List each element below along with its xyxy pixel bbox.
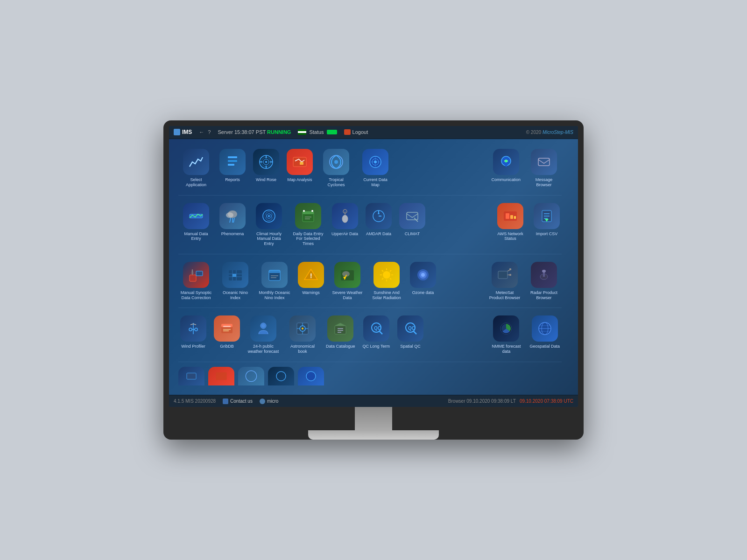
logout-button[interactable]: Logout	[344, 129, 368, 135]
app-nmme[interactable]: NMME forecast data	[488, 313, 524, 357]
svg-rect-98	[509, 268, 511, 270]
app-climat[interactable]: CLIMAT	[397, 200, 427, 249]
partial-app-3[interactable]	[238, 367, 264, 385]
app-manual-data-entry[interactable]: Manual Data Entry	[178, 200, 214, 249]
svg-rect-11	[293, 157, 306, 167]
app-meteosat[interactable]: MeteoSat Product Browser	[487, 259, 522, 303]
svg-rect-124	[335, 326, 346, 334]
app-label-monthly-oceanic: Monthly Oceanic Nino Index	[259, 290, 290, 301]
app-message-browser[interactable]: Message Browser	[526, 146, 562, 190]
svg-point-123	[302, 328, 303, 329]
app-import-csv[interactable]: Import CSV	[532, 200, 562, 249]
app-wind-profiler[interactable]: Wind Profiler	[178, 313, 208, 357]
svg-rect-62	[190, 275, 196, 281]
app-qc-long-term[interactable]: QC QC Long Term	[361, 313, 392, 357]
svg-rect-112	[223, 326, 231, 327]
app-label-manual-synoptic: Manual Synoptic Data Correction	[180, 290, 212, 301]
app-astronomical-book[interactable]: Astronomical book	[285, 313, 320, 357]
server-time: Server 15:38:07 PST RUNNING	[218, 129, 291, 135]
app-geospatial[interactable]: Geospatial Data	[528, 313, 562, 357]
svg-rect-67	[196, 271, 203, 276]
app-phenomena[interactable]: Phenomena	[218, 200, 247, 249]
app-label-current-data-map: Current Data Map	[359, 177, 391, 188]
app-aws-network[interactable]: AWS Network Status	[493, 200, 528, 249]
svg-point-108	[195, 328, 197, 331]
app-oceanic-nino[interactable]: Oceanic Nino Index	[218, 259, 253, 303]
svg-point-116	[261, 324, 265, 328]
app-label-message-browser: Message Browser	[528, 177, 560, 188]
partial-app-1[interactable]	[178, 367, 204, 385]
app-spatial-qc[interactable]: QC Spatial QC	[395, 313, 425, 357]
app-label-nmme: NMME forecast data	[490, 344, 522, 354]
utc-time: 09.10.2020 07:38:09 UTC	[520, 399, 573, 404]
app-communication[interactable]: Communication	[489, 146, 522, 190]
svg-point-6	[265, 161, 267, 163]
bottombar: 4.1.5 MIS 20200928 Contact us micro Brow…	[169, 395, 578, 407]
app-data-catalogue[interactable]: Data Catalogue	[324, 313, 357, 357]
app-label-aws-network: AWS Network Status	[494, 231, 526, 242]
app-label-reports: Reports	[225, 177, 240, 182]
svg-rect-2	[228, 164, 234, 166]
svg-rect-0	[228, 156, 237, 158]
app-sunshine[interactable]: Sunshine And Solar Radiation	[369, 259, 404, 303]
logo-text: IMS	[182, 129, 192, 135]
app-current-data-map[interactable]: Current Data Map	[358, 146, 393, 190]
app-label-geospatial: Geospatial Data	[529, 344, 560, 349]
logout-icon	[344, 129, 351, 135]
content-area: Select Application Reports Wind Rose	[169, 139, 578, 395]
app-label-wind-rose: Wind Rose	[256, 177, 276, 182]
svg-line-133	[414, 331, 416, 334]
svg-point-36	[268, 215, 270, 217]
app-map-analysis[interactable]: Map Analysis	[285, 146, 315, 190]
svg-rect-56	[514, 216, 516, 219]
app-severe-weather[interactable]: Severe Weather Data	[330, 259, 365, 303]
svg-rect-51	[407, 212, 418, 220]
svg-line-92	[382, 278, 383, 280]
app-warnings[interactable]: ! Warnings	[296, 259, 326, 303]
monitor-base	[308, 430, 439, 440]
app-manual-synoptic[interactable]: Manual Synoptic Data Correction	[178, 259, 214, 303]
svg-rect-55	[510, 215, 513, 219]
svg-rect-54	[506, 213, 509, 219]
app-label-astronomical-book: Astronomical book	[287, 344, 318, 354]
status-section: Status	[298, 129, 337, 135]
partial-app-5[interactable]	[298, 367, 324, 385]
back-arrow[interactable]: ←	[199, 129, 204, 135]
app-gribdb[interactable]: GribDB	[212, 313, 242, 357]
app-row-3: Manual Synoptic Data Correction Oceanic …	[178, 259, 569, 303]
svg-point-107	[189, 328, 192, 331]
app-daily-data-entry[interactable]: Daily Data Entry For Selected Times	[290, 200, 326, 249]
svg-line-30	[230, 218, 231, 223]
contact-button[interactable]: Contact us	[223, 399, 253, 404]
app-label-warnings: Warnings	[302, 290, 320, 295]
partial-app-4[interactable]	[268, 367, 294, 385]
status-label: Status	[309, 129, 324, 135]
svg-rect-1	[228, 160, 237, 162]
app-tropical-cyclones[interactable]: Tropical Cyclones	[318, 146, 354, 190]
app-label-radar-product: Radar Product Browser	[528, 290, 560, 301]
app-upperair-data[interactable]: UpperAir Data	[330, 200, 360, 249]
svg-point-103	[542, 270, 546, 273]
app-reports[interactable]: Reports	[218, 146, 247, 190]
app-ozone[interactable]: Ozone data	[408, 259, 438, 303]
monitor-neck	[355, 407, 392, 430]
svg-line-106	[193, 324, 196, 325]
topbar-nav[interactable]: ← ?	[199, 129, 211, 135]
row3-divider	[178, 308, 562, 308]
partial-app-2[interactable]	[208, 367, 234, 385]
app-label-map-analysis: Map Analysis	[287, 177, 312, 182]
svg-line-91	[390, 270, 391, 272]
user-info: micro	[260, 399, 278, 404]
svg-line-90	[390, 278, 391, 280]
help-icon[interactable]: ?	[208, 129, 211, 135]
app-label-manual-data-entry: Manual Data Entry	[180, 231, 212, 242]
app-label-oceanic-nino: Oceanic Nino Index	[219, 290, 251, 301]
app-select-application[interactable]: Select Application	[178, 146, 214, 190]
app-24h-public[interactable]: 24-h public weather forecast	[246, 313, 281, 357]
svg-point-15	[334, 160, 338, 164]
app-climat-hourly[interactable]: Climat Hourly Manual Data Entry	[251, 200, 287, 249]
app-amdar-data[interactable]: AMDAR Data	[364, 200, 394, 249]
app-monthly-oceanic[interactable]: Monthly Oceanic Nino Index	[257, 259, 292, 303]
app-wind-rose[interactable]: Wind Rose	[251, 146, 281, 190]
app-radar-product[interactable]: Radar Product Browser	[526, 259, 562, 303]
